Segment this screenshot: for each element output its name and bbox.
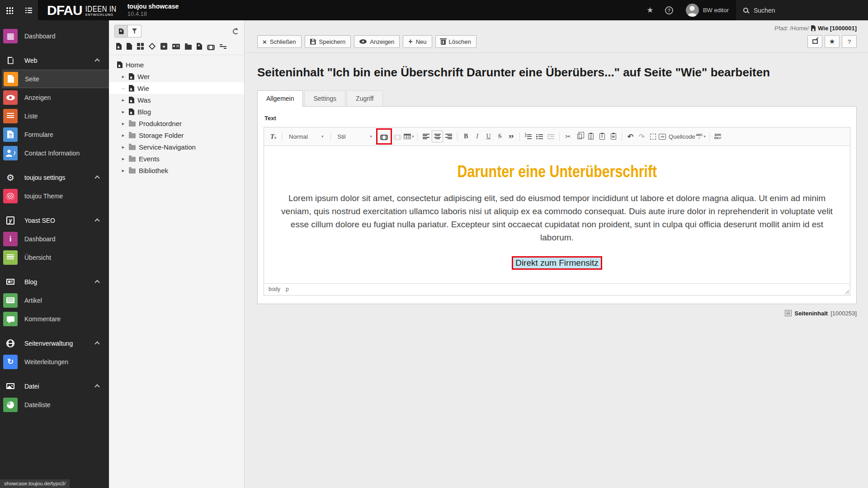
tab-settings[interactable]: Settings	[304, 90, 345, 107]
chevron-up-icon[interactable]	[94, 280, 99, 285]
shortcut-link-icon[interactable]	[207, 45, 215, 48]
sidebar-item-toujou-theme[interactable]: toujou Theme	[0, 187, 109, 205]
chevron-up-icon[interactable]	[94, 384, 99, 389]
expand-arrow-icon[interactable]: ▸	[121, 133, 126, 138]
paste-as-text-button[interactable]	[596, 131, 608, 142]
open-in-new-window-button[interactable]	[807, 35, 822, 48]
selected-link-text[interactable]: Direkt zum Firmensitz	[512, 256, 602, 270]
search-button[interactable]: Suchen	[736, 0, 868, 20]
undo-button[interactable]: ↶	[625, 131, 636, 142]
remove-format-button[interactable]: Tx	[268, 131, 279, 142]
refresh-icon[interactable]	[233, 28, 239, 34]
select-all-button[interactable]	[647, 131, 659, 142]
view-button[interactable]: Anzeigen	[354, 35, 400, 48]
bold-button[interactable]: B	[460, 131, 472, 142]
new-page-button[interactable]	[115, 25, 128, 37]
expand-arrow-icon[interactable]: ▸	[121, 168, 126, 173]
close-button[interactable]: × Schließen	[257, 35, 302, 48]
sidebar-item-artikel[interactable]: Artikel	[0, 291, 109, 310]
resize-handle[interactable]	[844, 289, 849, 294]
new-page-type-icon[interactable]	[197, 43, 202, 50]
expand-arrow-icon[interactable]: ▸	[121, 98, 126, 103]
filter-button[interactable]	[128, 25, 141, 37]
sidebar-item-contact-information[interactable]: Contact Information	[0, 144, 109, 162]
sidebar-section-toujou-settings[interactable]: ⚙ toujou settings	[0, 168, 109, 187]
brand-logo[interactable]: DFAU IDEEN IN ENTWICKLUNG	[38, 0, 117, 20]
tab-zugriff[interactable]: Zugriff	[347, 90, 382, 107]
sidebar-section-web[interactable]: Web	[0, 51, 109, 70]
contact-card-icon[interactable]	[172, 44, 180, 49]
expand-arrow-icon[interactable]: ▸	[121, 74, 126, 79]
divider-icon[interactable]	[220, 44, 226, 49]
delete-button[interactable]: Löschen	[435, 35, 476, 48]
sidebar-item-seite[interactable]: Seite	[2, 70, 109, 88]
user-menu-button[interactable]: BW editor	[679, 0, 736, 20]
italic-button[interactable]: I	[472, 131, 483, 142]
mountpoint-page-icon[interactable]	[116, 43, 122, 50]
product-icon[interactable]	[149, 44, 156, 49]
expand-arrow-icon[interactable]: ▸	[121, 156, 126, 161]
expand-arrow-icon[interactable]: ▸	[121, 109, 126, 114]
redo-button[interactable]: ↷	[636, 131, 647, 142]
bullet-list-button[interactable]	[534, 131, 545, 142]
sidebar-item-weiterleitungen[interactable]: ↻ Weiterleitungen	[0, 352, 109, 371]
sidebar-section-yoast-seo[interactable]: y Yoast SEO	[0, 211, 109, 230]
save-button[interactable]: Speichern	[305, 35, 351, 48]
bookmarks-button[interactable]: ★	[641, 0, 660, 20]
ordered-list-button[interactable]	[523, 131, 534, 142]
unlink-button[interactable]	[392, 131, 403, 142]
chevron-up-icon[interactable]	[94, 341, 99, 346]
folder-type-icon[interactable]	[185, 43, 192, 50]
expand-arrow-icon[interactable]: ▸	[121, 145, 126, 150]
sidebar-item-yoast-dashboard[interactable]: i Dashboard	[0, 230, 109, 248]
tree-row-bibliothek[interactable]: ▸ Bibliothek	[109, 164, 244, 176]
tree-row-storage-folder[interactable]: ▸ Storage Folder	[109, 129, 244, 141]
spellcheck-button[interactable]: ABC ✓ ▾	[695, 131, 707, 142]
page-type-icon[interactable]	[127, 43, 132, 50]
opened-documents-button[interactable]	[19, 0, 38, 20]
paste-from-word-button[interactable]	[608, 131, 619, 142]
sidebar-item-uebersicht[interactable]: Übersicht	[0, 248, 109, 267]
content-paragraph[interactable]: Lorem ipsum dolor sit amet, consectetur …	[278, 192, 836, 244]
link-button[interactable]	[378, 131, 390, 142]
tab-allgemein[interactable]: Allgemein	[257, 90, 303, 107]
line-break-button[interactable]: BRE RK↵	[712, 131, 724, 142]
new-button[interactable]: + Neu	[403, 35, 432, 48]
paste-button[interactable]	[585, 131, 596, 142]
sidebar-section-blog[interactable]: Blog	[0, 272, 109, 291]
underline-button[interactable]: U	[483, 131, 494, 142]
copy-button[interactable]	[574, 131, 585, 142]
tree-row-home[interactable]: Home	[109, 59, 244, 70]
align-right-button[interactable]	[443, 131, 454, 142]
bookmark-button[interactable]: ★	[825, 35, 840, 48]
tree-row-wer[interactable]: ▸ Wer	[109, 70, 244, 82]
tree-row-was[interactable]: ▸ Was	[109, 94, 244, 106]
sidebar-section-seitenverwaltung[interactable]: Seitenverwaltung	[0, 334, 109, 352]
tree-row-blog[interactable]: ▸ Blog	[109, 106, 244, 117]
sidebar-item-dateiliste[interactable]: Dateiliste	[0, 395, 109, 414]
tree-row-wie[interactable]: – Wie	[109, 82, 244, 94]
sidebar-section-datei[interactable]: Datei	[0, 377, 109, 395]
sidebar-item-formulare[interactable]: Formulare	[0, 125, 109, 144]
style-select[interactable]: Stil ▾	[334, 133, 377, 140]
backend-layout-grid-icon[interactable]	[137, 43, 144, 50]
tree-row-events[interactable]: ▸ Events	[109, 153, 244, 164]
chevron-up-icon[interactable]	[94, 218, 99, 223]
star-content-icon[interactable]: ★	[160, 43, 167, 50]
strikethrough-button[interactable]: S	[494, 131, 505, 142]
help-button[interactable]: ?	[660, 0, 679, 20]
element-path-p[interactable]: p	[286, 286, 289, 292]
indent-button[interactable]	[545, 131, 557, 142]
source-code-button[interactable]: <> Quellcode	[659, 131, 695, 142]
doc-help-button[interactable]: ?	[842, 35, 857, 48]
align-center-button[interactable]	[432, 131, 443, 142]
sidebar-item-kommentare[interactable]: Kommentare	[0, 310, 109, 328]
tree-row-produktordner[interactable]: ▸ Produktordner	[109, 117, 244, 129]
modules-menu-button[interactable]	[0, 0, 19, 20]
tree-row-service-navigation[interactable]: ▸ Service-Navigation	[109, 141, 244, 153]
chevron-up-icon[interactable]	[94, 58, 99, 63]
chevron-up-icon[interactable]	[94, 175, 99, 180]
sidebar-item-dashboard[interactable]: ▦ Dashboard	[0, 27, 109, 45]
align-left-button[interactable]	[420, 131, 432, 142]
cut-button[interactable]: ✂	[562, 131, 574, 142]
